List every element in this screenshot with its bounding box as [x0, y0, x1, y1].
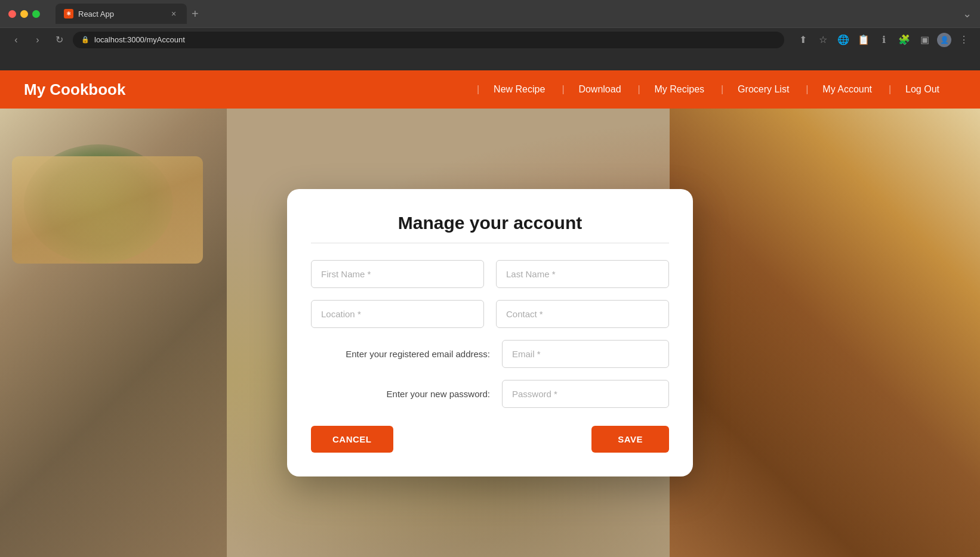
- form-actions: CANCEL SAVE: [311, 426, 669, 453]
- nav-links: New Recipe Download My Recipes Grocery L…: [477, 84, 956, 95]
- tab-close-button[interactable]: ×: [169, 9, 178, 18]
- modal-title: Manage your account: [311, 213, 669, 233]
- browser-forward-button[interactable]: ›: [30, 32, 45, 48]
- tab-title: React App: [78, 10, 164, 18]
- form-row-name: [311, 260, 669, 288]
- sidebar-icon[interactable]: ▣: [917, 32, 932, 48]
- extension-icon-1[interactable]: 🌐: [836, 32, 851, 48]
- contact-input[interactable]: [496, 300, 669, 328]
- nav-link-logout[interactable]: Log Out: [889, 84, 956, 95]
- tab-bar: ⚛ React App × +: [56, 4, 957, 24]
- email-input[interactable]: [502, 340, 669, 368]
- minimize-window-button[interactable]: [20, 10, 28, 18]
- first-name-input[interactable]: [311, 260, 484, 288]
- nav-link-my-account[interactable]: My Account: [806, 84, 889, 95]
- email-label: Enter your registered email address:: [311, 349, 490, 359]
- url-text: localhost:3000/myAccount: [94, 35, 185, 44]
- nav-link-new-recipe[interactable]: New Recipe: [477, 84, 562, 95]
- bookmark-icon[interactable]: ☆: [815, 32, 831, 48]
- form-row-location-contact: [311, 300, 669, 328]
- extension-icon-3[interactable]: ℹ: [876, 32, 892, 48]
- browser-profile-avatar[interactable]: 👤: [937, 33, 951, 47]
- last-name-input[interactable]: [496, 260, 669, 288]
- modal-divider: [311, 243, 669, 243]
- security-lock-icon: 🔒: [81, 36, 90, 44]
- location-input[interactable]: [311, 300, 484, 328]
- browser-back-button[interactable]: ‹: [8, 32, 24, 48]
- location-field: [311, 300, 484, 328]
- browser-toolbar-icons: ⬆ ☆ 🌐 📋 ℹ 🧩 ▣ 👤 ⋮: [795, 32, 972, 48]
- new-tab-button[interactable]: +: [192, 7, 199, 21]
- navbar: My Cookbook New Recipe Download My Recip…: [0, 70, 980, 109]
- content-area: Manage your account: [0, 109, 980, 557]
- share-icon[interactable]: ⬆: [795, 32, 810, 48]
- close-window-button[interactable]: [8, 10, 16, 18]
- browser-titlebar: ⚛ React App × + ⌄: [0, 0, 980, 27]
- browser-reload-button[interactable]: ↻: [51, 32, 67, 48]
- modal-overlay: Manage your account: [0, 109, 980, 557]
- nav-link-my-recipes[interactable]: My Recipes: [638, 84, 722, 95]
- email-field: [502, 340, 669, 368]
- traffic-lights: [8, 10, 40, 18]
- browser-menu-button[interactable]: ⌄: [963, 7, 972, 20]
- maximize-window-button[interactable]: [32, 10, 40, 18]
- password-field: [502, 380, 669, 408]
- browser-tab[interactable]: ⚛ React App ×: [56, 4, 187, 24]
- save-button[interactable]: SAVE: [591, 426, 669, 453]
- tab-favicon: ⚛: [64, 9, 73, 18]
- last-name-field: [496, 260, 669, 288]
- extension-icon-2[interactable]: 📋: [856, 32, 871, 48]
- password-input[interactable]: [502, 380, 669, 408]
- cancel-button[interactable]: CANCEL: [311, 426, 393, 453]
- extension-icon-4[interactable]: 🧩: [896, 32, 912, 48]
- browser-toolbar: ‹ › ↻ 🔒 localhost:3000/myAccount ⬆ ☆ 🌐 📋…: [0, 27, 980, 51]
- manage-account-modal: Manage your account: [287, 189, 693, 476]
- form-row-email: Enter your registered email address:: [311, 340, 669, 368]
- nav-link-download[interactable]: Download: [562, 84, 637, 95]
- form-row-password: Enter your new password:: [311, 380, 669, 408]
- nav-link-grocery-list[interactable]: Grocery List: [721, 84, 806, 95]
- contact-field: [496, 300, 669, 328]
- browser-chrome: ⚛ React App × + ⌄ ‹ › ↻ 🔒 localhost:3000…: [0, 0, 980, 70]
- browser-more-options[interactable]: ⋮: [956, 32, 972, 48]
- password-label: Enter your new password:: [311, 389, 490, 399]
- first-name-field: [311, 260, 484, 288]
- nav-brand[interactable]: My Cookbook: [24, 81, 125, 99]
- address-bar[interactable]: 🔒 localhost:3000/myAccount: [73, 32, 784, 48]
- app-wrapper: My Cookbook New Recipe Download My Recip…: [0, 70, 980, 557]
